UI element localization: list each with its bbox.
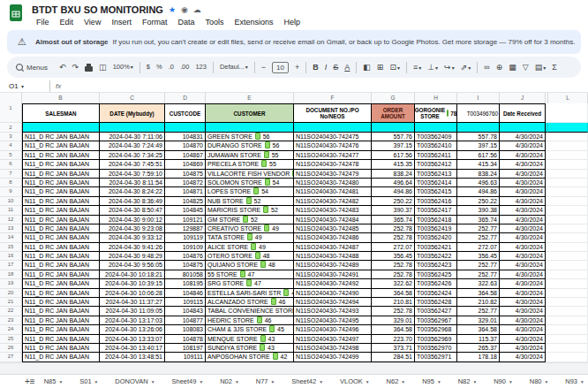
cell-customer[interactable]: TATA STORE 49 [206, 233, 294, 242]
cell-empty[interactable] [372, 123, 415, 133]
cell-empty-l[interactable] [548, 179, 588, 187]
cell-date-received[interactable]: 4/30/2024 [500, 141, 546, 150]
cell-date[interactable]: 2024-04-30 8:50:47 [100, 206, 165, 215]
storage-warning-body[interactable]: If you run out, you can't create or edit… [113, 38, 576, 46]
cell-date[interactable]: 2024-04-30 13:48:51 [100, 353, 165, 361]
cell-document[interactable]: N11SO240430-742483 [294, 206, 372, 215]
cell-custcode[interactable]: 104843 [165, 307, 206, 316]
cell-tnumber[interactable]: T003562415 [415, 187, 457, 196]
cell-custcode[interactable]: 108083 [165, 325, 206, 334]
cell-order-amount[interactable]: 364.58 [372, 325, 415, 334]
cell-salesman[interactable]: N11_D RC JAN BAJAN [22, 224, 100, 233]
menu-data[interactable]: Data [173, 18, 199, 27]
row-number[interactable]: 10 [0, 197, 22, 206]
cell-header-order-amount[interactable]: ORDER AMOUNT [372, 103, 415, 123]
cell-salesman[interactable]: N11_D RC JAN BAJAN [22, 252, 100, 261]
fill-color-button[interactable]: ◧ [363, 63, 371, 72]
row-number[interactable]: 8 [0, 179, 22, 187]
cell-amount-received[interactable]: 557.78 [457, 133, 500, 141]
zoom-select[interactable]: 100%▾ [113, 63, 133, 72]
cell-date[interactable]: 2024-04-30 10:06:28 [100, 289, 165, 298]
cell-order-amount[interactable]: 210.81 [372, 298, 415, 307]
cell-date-received[interactable]: 4/30/2024 [500, 279, 546, 288]
cell-custcode[interactable]: 104869 [165, 160, 206, 169]
cell-order-amount[interactable]: 390.37 [372, 206, 415, 215]
cell-date-received[interactable]: 4/30/2024 [500, 160, 546, 169]
cell-date[interactable]: 2024-04-30 9:33:12 [100, 233, 165, 242]
cloud-status-icon[interactable]: ☁ [193, 5, 201, 14]
cell-empty-l[interactable] [548, 103, 588, 123]
cell-date[interactable]: 2024-04-30 10:18:21 [100, 270, 165, 279]
cell-date-received[interactable]: 4/30/2024 [500, 298, 546, 307]
row-number[interactable]: 6 [0, 160, 22, 169]
cell-date[interactable]: 2024-04-30 9:00:12 [100, 216, 165, 224]
cell-document[interactable]: N11SO240430-742497 [294, 335, 372, 344]
cell-customer[interactable]: NUB STORE 52 [206, 197, 294, 206]
row-number[interactable]: 27 [0, 353, 22, 361]
cell-order-amount[interactable]: 494.86 [372, 187, 415, 196]
column-letter-j[interactable]: J [500, 93, 546, 103]
column-letter-b[interactable]: B [22, 93, 100, 103]
menu-format[interactable]: Format [138, 18, 172, 27]
menu-extensions[interactable]: Extensions [230, 18, 277, 27]
vertical-align-button[interactable]: ⊥▾ [427, 63, 438, 72]
cell-date[interactable]: 2024-04-30 9:48:29 [100, 252, 165, 261]
cell-amount-received[interactable]: 617.56 [457, 151, 500, 160]
cell-customer[interactable]: TABAL CONVENIENCE STORE 46 [206, 307, 294, 316]
row-number[interactable]: 7 [0, 170, 22, 179]
cell-order-amount[interactable]: 252.78 [372, 270, 415, 279]
cell-amount-received[interactable]: 329.01 [457, 316, 500, 325]
row-number[interactable]: 14 [0, 233, 22, 242]
font-select[interactable]: Defaul...▾ [220, 63, 248, 72]
cell-salesman[interactable]: N11_D RC JAN BAJAN [22, 187, 100, 196]
cell-amount-received[interactable]: 364.58 [457, 289, 500, 298]
decrease-font-size-button[interactable]: − [261, 63, 266, 72]
cell-salesman[interactable]: N11_D RC JAN BAJAN [22, 243, 100, 252]
cell-custcode[interactable]: 104831 [165, 133, 206, 141]
cell-amount-received[interactable]: 250.22 [457, 197, 500, 206]
cell-empty[interactable] [457, 123, 500, 133]
cell-tnumber[interactable]: T003562412 [415, 160, 457, 169]
cell-customer[interactable]: MENQUE STORE 43 [206, 335, 294, 344]
row-number[interactable]: 22 [0, 307, 22, 316]
cell-date[interactable]: 2024-04-30 13:33:07 [100, 335, 165, 344]
cell-customer[interactable]: LOPES STORE 54 [206, 187, 294, 196]
sheet-tab-s01[interactable]: S01▾ [71, 377, 106, 385]
cell-tnumber[interactable]: T003562413 [415, 170, 457, 179]
cell-document[interactable]: N11SO240430-742491 [294, 270, 372, 279]
cell-tnumber[interactable]: T003562417 [415, 206, 457, 215]
cell-order-amount[interactable]: 252.78 [372, 233, 415, 242]
insert-link-button[interactable]: ∞ [484, 63, 489, 72]
cell-tnumber[interactable]: T003562426 [415, 279, 457, 288]
cell-amount-received[interactable]: 115.37 [457, 335, 500, 344]
cell-date-received[interactable]: 4/30/2024 [500, 179, 546, 187]
cell-empty-l[interactable] [548, 197, 588, 206]
cell-custcode[interactable]: 104877 [165, 316, 206, 325]
cell-custcode[interactable]: 109109 [165, 243, 206, 252]
cell-custcode[interactable]: 109111 [165, 353, 206, 361]
cell-date[interactable]: 2024-04-30 13:40:17 [100, 344, 165, 353]
cell-empty[interactable] [500, 123, 546, 133]
functions-button[interactable]: Σ [552, 63, 557, 72]
cell-tnumber[interactable]: T003562414 [415, 179, 457, 187]
cell-empty-l[interactable] [548, 141, 588, 150]
cell-tnumber[interactable]: T003562424 [415, 289, 457, 298]
cell-document[interactable]: N11SO240430-742495 [294, 316, 372, 325]
cell-custcode[interactable]: 104845 [165, 206, 206, 215]
cell-custcode[interactable]: 129887 [165, 224, 206, 233]
cell-tnumber[interactable]: T003562428 [415, 298, 457, 307]
insert-comment-button[interactable]: ⊕ [496, 63, 503, 72]
cell-document[interactable]: N11SO240430-742490 [294, 289, 372, 298]
decrease-decimal-button[interactable]: .0 [169, 63, 174, 72]
row-number[interactable]: 23 [0, 316, 22, 325]
cell-custcode[interactable]: 104872 [165, 179, 206, 187]
cell-empty[interactable] [415, 123, 457, 133]
cell-salesman[interactable]: N11_D RC JAN BAJAN [22, 261, 100, 270]
cell-tnumber[interactable]: T003562409 [415, 133, 457, 141]
cell-empty-l[interactable] [548, 233, 588, 242]
row-number[interactable]: 17 [0, 261, 22, 270]
cell-salesman[interactable]: N11_D RC JAN BAJAN [22, 206, 100, 215]
cell-salesman[interactable]: N11_D RC JAN BAJAN [22, 307, 100, 316]
document-title[interactable]: BTDT BXU SO MONITORING [32, 4, 163, 15]
sheet-tab-n80[interactable]: N80▾ [521, 377, 557, 385]
